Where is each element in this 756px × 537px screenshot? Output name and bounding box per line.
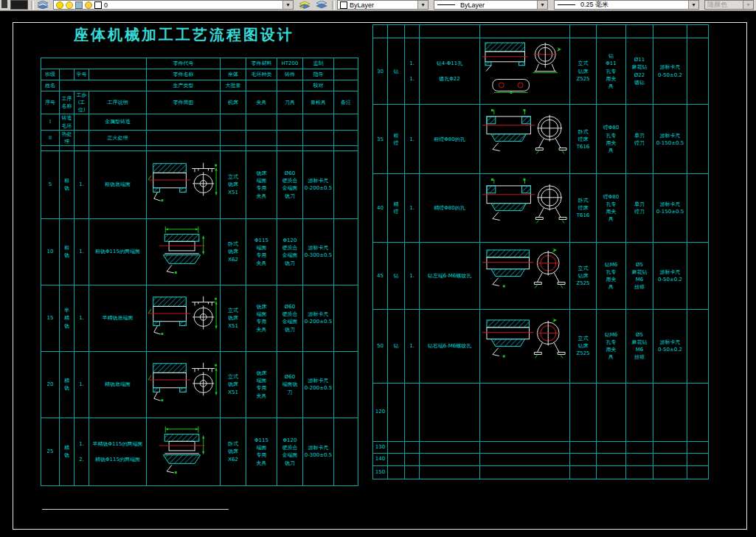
desc-cell: 半精铣Φ115的两端面 精铣Φ115的两端面 (89, 418, 147, 485)
sketch-cell (480, 174, 570, 243)
name-label: 姓名 (41, 80, 60, 91)
empty-cell (480, 441, 570, 453)
linetype-combo[interactable]: ByLayer (434, 0, 548, 10)
production-type-label: 生产类型 (147, 80, 221, 91)
empty-cell (687, 383, 709, 441)
part-sketch (148, 291, 219, 347)
tool-cell: Φ120 硬质合 金端面 铣刀 (277, 218, 303, 285)
empty-cell (388, 25, 405, 38)
part-name-label: 零件名称 (147, 69, 221, 80)
no-cell: 150 (373, 465, 388, 479)
empty-cell (388, 453, 405, 465)
plotstyle-combo[interactable]: 随颜色 (704, 0, 754, 10)
empty-cell (221, 130, 246, 145)
gauge-cell: 游标卡尺 0-200±0.5 (303, 150, 334, 218)
tool-cell: Ø60 硬质合 金端面 铣刀 (277, 150, 303, 218)
no-cell: II (41, 130, 60, 145)
empty-cell (89, 145, 147, 150)
process-name-cell: 精 铣 (60, 418, 74, 485)
empty-cell (74, 114, 89, 130)
toolbar-separator (31, 1, 34, 10)
process-name-cell: 粗 铣 (60, 150, 74, 218)
current-lineweight: 0.25 毫米 (580, 0, 608, 10)
empty-cell (277, 114, 303, 130)
part-sketch (148, 424, 219, 480)
remark-cell (334, 351, 358, 418)
supervise-label: 监制 (303, 58, 334, 69)
color-combo[interactable]: ByLayer (337, 0, 429, 10)
empty-cell (420, 465, 480, 479)
no-cell: 25 (41, 418, 60, 485)
current-color: ByLayer (350, 1, 374, 9)
empty-cell (303, 114, 334, 130)
partial-toolbar-icon[interactable] (1, 0, 7, 8)
machine-cell: 立式 铣床 X51 (221, 285, 246, 351)
dropdown-arrow-icon[interactable] (417, 1, 428, 9)
empty-cell (597, 383, 626, 441)
layer-color-swatch (94, 1, 102, 9)
col-desc-header: 工序说明 (89, 91, 147, 114)
desc-cell: 正火处理 (89, 130, 147, 145)
col-fixture-header: 夹具 (246, 91, 277, 114)
tool-cell: Ø5 麻花钻 M6 丝锥 (626, 243, 653, 309)
desc-cell: 金属型铸造 (89, 114, 147, 130)
desc-cell: 粗镗Φ80的孔 (420, 105, 480, 174)
empty-cell (41, 58, 147, 69)
remark-cell (687, 243, 709, 309)
remark-cell (687, 174, 709, 243)
current-plotstyle: 随颜色 (707, 0, 727, 10)
dropdown-arrow-icon[interactable] (282, 1, 293, 9)
part-sketch (481, 313, 569, 378)
dropdown-arrow-icon[interactable] (688, 1, 698, 9)
process-name-cell: 精 铣 (60, 351, 74, 418)
layer-combo[interactable]: 0 (53, 0, 294, 10)
empty-cell (480, 465, 570, 479)
empty-cell (405, 25, 420, 38)
fixture-cell: 钻 Φ11 孔专 用夹 具 (597, 38, 626, 105)
part-sketch (481, 176, 569, 241)
empty-cell (597, 453, 626, 465)
col-name-header: 工序 名称 (60, 91, 74, 114)
empty-cell (334, 58, 358, 69)
dropdown-arrow-icon[interactable] (537, 1, 547, 9)
top-toolbar: 0 ByLayer ByLayer (0, 0, 756, 11)
drawing-canvas[interactable]: 座体机械加工工艺流程图设计 零件代号 零件材料 HT200 监制 班级 学号 (0, 10, 756, 537)
process-name-cell: 粗 镗 (388, 105, 405, 174)
empty-cell (334, 145, 358, 150)
no-cell: 35 (373, 105, 388, 174)
gauge-cell: 游标卡尺 0-50±0.2 (653, 309, 687, 383)
empty-cell (74, 130, 89, 145)
empty-cell (405, 383, 420, 441)
empty-cell (246, 130, 277, 145)
part-sketch (148, 224, 219, 280)
empty-cell (221, 145, 246, 150)
layer-previous-button[interactable] (314, 0, 329, 10)
student-no-label: 学号 (74, 69, 89, 80)
empty-cell (277, 80, 303, 91)
empty-cell (147, 145, 221, 150)
tool-cell: 单刃 镗刀 (626, 105, 653, 174)
col-sketch-header: 零件简图 (147, 91, 221, 114)
process-name-cell: 钻 (388, 309, 405, 383)
fixture-cell: 镗Φ80 孔专 用夹 具 (597, 105, 626, 174)
empty-cell (420, 25, 480, 38)
empty-cell (570, 383, 597, 441)
drawing-title: 座体机械加工工艺流程图设计 (74, 25, 294, 45)
lineweight-sample-icon (558, 4, 575, 5)
gauge-cell: 游标卡尺 0-300±0.5 (303, 218, 334, 285)
make-object-layer-current-button[interactable] (296, 0, 311, 10)
part-material-label: 零件材料 (246, 58, 277, 69)
partial-toolbar-icon[interactable] (10, 0, 28, 10)
empty-cell (653, 441, 687, 453)
sketch-cell (480, 105, 570, 174)
machine-cell: 卧式 铣床 X62 (221, 218, 246, 285)
layer-thaw-icon (66, 1, 73, 9)
gauge-cell: 游标卡尺 0-200±0.5 (303, 351, 334, 418)
step-cell: 1. 2. (74, 418, 89, 485)
step-cell: 1. 1. (405, 38, 420, 105)
production-type-value: 大批量 (221, 80, 246, 91)
machine-cell: 立式 铣床 X51 (221, 351, 246, 418)
layer-properties-button[interactable] (35, 0, 50, 10)
fixture-cell: 钻M6 孔专 用夹 具 (597, 309, 626, 383)
lineweight-combo[interactable]: 0.25 毫米 (554, 0, 699, 10)
